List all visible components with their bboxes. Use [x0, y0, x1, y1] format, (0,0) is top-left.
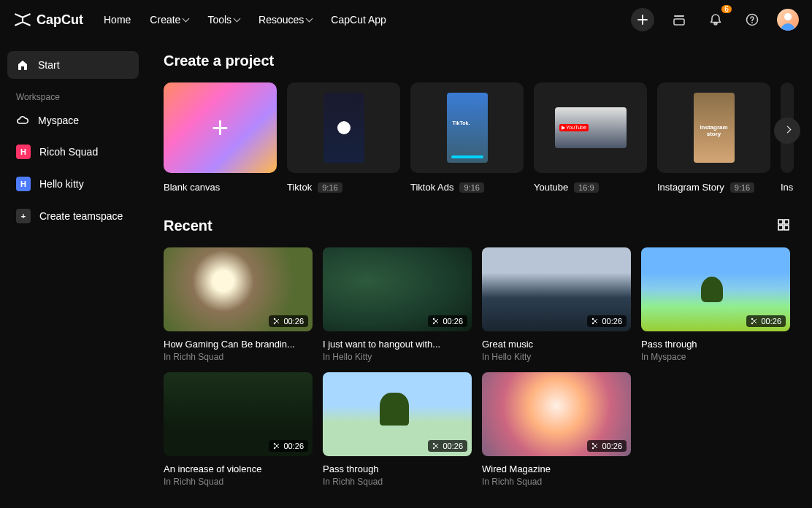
duration-badge: 00:26	[428, 315, 467, 327]
help-icon	[746, 13, 759, 26]
nav-tools[interactable]: Tools	[207, 14, 240, 26]
scissors-icon	[432, 318, 440, 325]
chevron-down-icon	[234, 15, 241, 23]
create-section-title: Create a project	[164, 53, 812, 69]
avatar[interactable]	[777, 9, 799, 31]
svg-point-18	[274, 447, 275, 448]
duration-badge: 00:26	[428, 440, 467, 452]
home-icon	[16, 58, 29, 72]
avatar-icon	[777, 9, 799, 31]
grid-icon	[777, 218, 790, 231]
main-content: Create a project + Blank canvas Tiktok9:…	[146, 39, 812, 508]
help-button[interactable]	[740, 8, 764, 31]
svg-point-11	[433, 318, 434, 320]
notification-badge: 6	[721, 5, 732, 13]
chevron-down-icon	[183, 15, 190, 23]
workspace-badge: H	[16, 177, 31, 191]
duration-badge: 00:26	[746, 315, 786, 327]
recent-item[interactable]: 00:26 How Gaming Can Be brandin... In Ri…	[164, 247, 313, 362]
svg-point-10	[274, 323, 275, 324]
notifications-button[interactable]: 6	[704, 8, 727, 31]
plus-icon	[637, 15, 648, 25]
nav-app[interactable]: CapCut App	[331, 14, 386, 26]
recent-item[interactable]: 00:26 I just want to hangout with... In …	[323, 247, 472, 362]
recent-item[interactable]: 00:26 Pass through In Myspace	[641, 247, 790, 362]
recent-grid: 00:26 How Gaming Can Be brandin... In Ri…	[164, 247, 812, 487]
svg-point-3	[751, 22, 753, 23]
svg-rect-5	[778, 220, 783, 224]
sidebar-item-start[interactable]: Start	[7, 51, 139, 79]
duration-badge: 00:26	[587, 315, 627, 327]
sidebar-item-ws2[interactable]: H Hello kitty	[7, 169, 139, 199]
svg-point-20	[433, 447, 434, 448]
aspect-ratio: 9:16	[730, 182, 754, 193]
logo[interactable]: CapCut	[13, 10, 83, 29]
workspace-label: Workspace	[7, 82, 139, 107]
nav: Home Create Tools Resouces CapCut App	[104, 14, 386, 26]
svg-point-22	[592, 447, 594, 448]
plus-icon: +	[212, 112, 229, 145]
scroll-right-button[interactable]	[774, 118, 800, 144]
svg-rect-7	[778, 226, 783, 230]
svg-point-14	[592, 323, 594, 324]
cloud-icon	[16, 114, 29, 127]
plus-icon: +	[16, 209, 31, 223]
recent-section-title: Recent	[164, 218, 212, 234]
aspect-ratio: 9:16	[318, 182, 342, 193]
scissors-icon	[591, 318, 599, 325]
sidebar: Start Workspace Myspace H Ricoh Squad H …	[0, 39, 146, 508]
svg-rect-6	[784, 220, 789, 224]
svg-point-17	[274, 442, 275, 444]
duration-badge: 00:26	[587, 440, 627, 452]
bell-icon	[709, 13, 722, 26]
library-button[interactable]	[667, 8, 691, 31]
recent-item[interactable]: 00:26 Wired Magazine In Richh Squad	[482, 372, 631, 487]
scissors-icon	[751, 318, 758, 325]
view-grid-button[interactable]	[777, 218, 790, 234]
logo-text: CapCut	[37, 12, 83, 28]
chevron-right-icon	[784, 126, 791, 134]
logo-icon	[13, 10, 32, 29]
nav-resources[interactable]: Resouces	[258, 14, 312, 26]
svg-point-16	[751, 323, 753, 324]
scissors-icon	[432, 442, 440, 450]
scissors-icon	[591, 442, 599, 450]
svg-rect-1	[674, 19, 684, 25]
nav-home[interactable]: Home	[104, 14, 131, 26]
create-row: + Blank canvas Tiktok9:16 TikTok. Tiktok…	[164, 82, 812, 193]
svg-point-13	[592, 318, 594, 320]
duration-badge: 00:26	[269, 315, 308, 327]
aspect-ratio: 16:9	[574, 182, 598, 193]
template-blank[interactable]: + Blank canvas	[164, 82, 277, 193]
svg-point-4	[784, 13, 792, 20]
chevron-down-icon	[306, 15, 313, 23]
template-youtube[interactable]: ▶ YouTube Youtube16:9	[534, 82, 647, 193]
nav-create[interactable]: Create	[150, 14, 188, 26]
sidebar-item-myspace[interactable]: Myspace	[7, 107, 139, 134]
svg-point-12	[433, 323, 434, 324]
new-button[interactable]	[631, 8, 654, 31]
sidebar-item-create-team[interactable]: + Create teamspace	[7, 201, 139, 231]
stack-icon	[673, 13, 686, 26]
workspace-badge: H	[16, 145, 31, 159]
scissors-icon	[273, 318, 280, 325]
sidebar-item-ws1[interactable]: H Ricoh Squad	[7, 137, 139, 166]
svg-rect-0	[674, 15, 684, 17]
scissors-icon	[273, 442, 280, 450]
svg-point-9	[274, 318, 275, 320]
template-tiktok-ads[interactable]: TikTok. Tiktok Ads9:16	[410, 82, 524, 193]
recent-item[interactable]: 00:26 An increase of violence In Richh S…	[164, 372, 313, 487]
svg-point-19	[433, 442, 434, 444]
youtube-badge: ▶ YouTube	[559, 124, 589, 131]
header: CapCut Home Create Tools Resouces CapCut…	[0, 0, 812, 39]
recent-item[interactable]: 00:26 Great music In Hello Kitty	[482, 247, 631, 362]
svg-point-21	[592, 442, 594, 444]
svg-point-15	[751, 318, 753, 320]
svg-rect-8	[784, 226, 789, 230]
duration-badge: 00:26	[269, 440, 308, 452]
template-tiktok[interactable]: Tiktok9:16	[287, 82, 400, 193]
recent-item[interactable]: 00:26 Pass through In Richh Squad	[323, 372, 472, 487]
aspect-ratio: 9:16	[459, 182, 483, 193]
template-instagram-story[interactable]: Instagram story Instagram Story9:16	[657, 82, 770, 193]
